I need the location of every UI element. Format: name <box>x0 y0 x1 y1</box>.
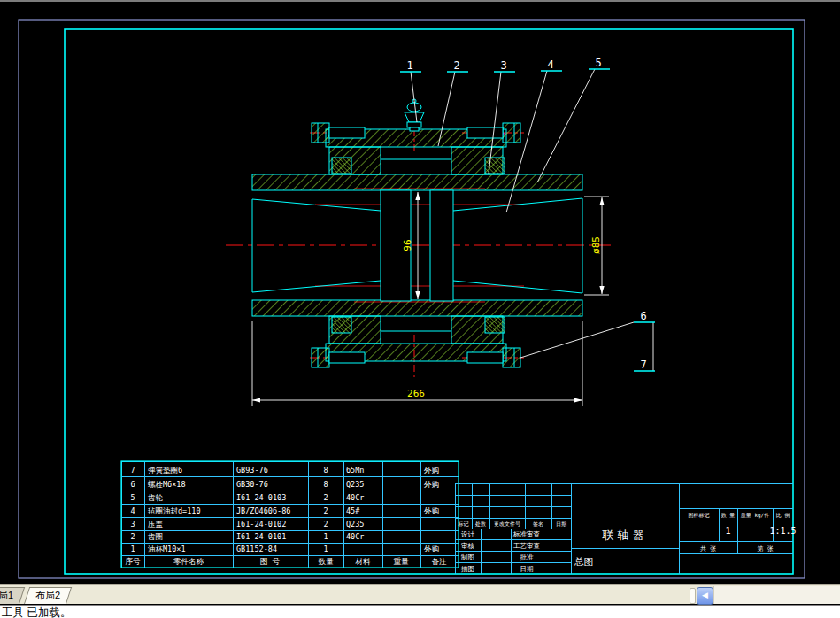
bom-cell: 1 <box>323 532 328 541</box>
tb-sheet-total: 共 张 <box>700 545 716 552</box>
bom-cell: 45# <box>346 506 360 515</box>
bom-cell: GB30-76 <box>236 480 268 489</box>
tb-rev-header: 处数 <box>474 521 486 528</box>
oil-cup <box>405 99 424 131</box>
coupling-section-view[interactable] <box>226 99 611 377</box>
tab-scroll-track[interactable] <box>713 586 840 604</box>
balloon-4: 4 <box>547 58 553 71</box>
tb-right-header: 比 例 <box>776 512 790 519</box>
tab-layout1[interactable]: 布局1 <box>0 587 25 604</box>
autocad-layout-viewport: 96 ø85 266 1 2 3 4 5 6 7 <box>0 0 840 618</box>
bom-cell: 7 <box>130 466 135 475</box>
bom-cell: Q235 <box>346 480 364 489</box>
bom-cell: 螺栓M6×18 <box>148 480 186 489</box>
balloon-3: 3 <box>500 59 506 72</box>
bom-header: 备注 <box>432 557 448 566</box>
tb-sign-label: 制图 <box>460 553 474 561</box>
tb-scale-value: 1:1.5 <box>769 526 796 536</box>
balloon-7: 7 <box>640 359 646 371</box>
bom-table[interactable]: 序号 零件名称 图 号 数量 材料 重量 备注 7 弹簧垫圈6 GB93-76 … <box>121 461 459 568</box>
tab-layout2-label: 布局2 <box>27 588 68 603</box>
bom-cell: I61-24-0103 <box>236 493 286 502</box>
bom-header: 序号 <box>126 557 142 566</box>
bom-cell: 2 <box>323 493 328 502</box>
tb-sign-label: 描图 <box>461 565 474 573</box>
tb-sign-label: 设计 <box>461 530 475 538</box>
tb-qty-value: 1 <box>725 526 730 536</box>
bom-cell: GB1152-84 <box>236 545 277 553</box>
bom-cell: 外购 <box>424 506 439 515</box>
bom-cell: 外购 <box>424 480 439 489</box>
command-line-message: 工具 已加载。 <box>0 606 840 618</box>
bom-header: 数量 <box>319 557 335 566</box>
bom-header: 重量 <box>394 557 410 566</box>
layout-tab-bar: 布局1 布局2 ◀ <box>0 584 840 604</box>
bom-cell: 齿轮 <box>148 493 164 502</box>
bom-cell: 6 <box>130 480 135 489</box>
bom-header: 材料 <box>355 557 372 566</box>
tb-right-header: 图样标记 <box>689 512 710 519</box>
scroll-left-icon: ◀ <box>702 591 708 599</box>
tb-product-title: 联轴器 <box>602 529 648 542</box>
tb-sign-label: 审核 <box>461 542 475 550</box>
balloon-5: 5 <box>595 57 601 69</box>
bom-cell: 40Cr <box>346 493 364 502</box>
balloon-6: 6 <box>640 310 646 322</box>
tb-sheet-type: 总图 <box>574 556 593 567</box>
tb-rev-header: 更改文件号 <box>494 521 520 527</box>
top-divider <box>0 0 840 2</box>
dim-length-text: 266 <box>407 388 425 399</box>
tb-rev-header: 标记 <box>458 521 469 528</box>
bom-cell: I61-24-0102 <box>236 520 286 529</box>
bom-cell: 毡圈油封d=110 <box>148 506 201 515</box>
bom-cell: 2 <box>130 532 135 541</box>
dim-dia-text: ø85 <box>590 236 602 254</box>
tb-right-header: 数 量 <box>721 512 736 518</box>
bom-cell: 弹簧垫圈6 <box>148 466 182 475</box>
tab-scroll-splitter[interactable] <box>690 588 696 604</box>
dim-bore-text: 96 <box>402 239 413 251</box>
tb-sign-label: 工艺审查 <box>513 542 540 550</box>
dimension-arrows <box>252 192 605 403</box>
bom-cell: GB93-76 <box>236 466 268 475</box>
bom-header: 零件名称 <box>173 557 204 566</box>
bom-cell: 2 <box>323 506 328 515</box>
tb-rev-header: 签名 <box>533 521 543 528</box>
bom-cell: 1 <box>323 545 328 553</box>
bom-cell: 油杯M10×1 <box>148 545 186 553</box>
bom-cell: 40Cr <box>346 532 364 541</box>
bom-cell: 5 <box>130 493 135 502</box>
tb-sign-label: 标准审查 <box>512 530 540 538</box>
tab-layout1-label: 布局1 <box>0 588 21 603</box>
tb-right-header: 质量 kg/件 <box>741 512 769 519</box>
balloon-1: 1 <box>406 59 412 72</box>
bom-cell: 4 <box>130 506 135 515</box>
bom-cell: 1 <box>130 545 135 553</box>
bom-cell: JB/ZQ4606-86 <box>236 506 290 515</box>
bom-cell: 压盖 <box>148 520 164 529</box>
bom-cell: 65Mn <box>346 466 364 475</box>
tab-layout2[interactable]: 布局2 <box>24 587 72 604</box>
tb-rev-header: 日期 <box>556 521 566 528</box>
bom-cell: I61-24-0101 <box>236 532 286 541</box>
bom-header: 图 号 <box>260 557 281 566</box>
bom-cell: 8 <box>323 480 328 489</box>
bom-cell: 外购 <box>424 545 439 553</box>
bom-cell: 齿圈 <box>148 532 163 541</box>
bom-cell: 3 <box>130 520 135 529</box>
bom-cell: 8 <box>323 466 328 475</box>
cad-canvas[interactable]: 96 ø85 266 1 2 3 4 5 6 7 <box>0 0 840 584</box>
layout-tabs-scroll-left-button[interactable]: ◀ <box>697 587 713 605</box>
title-block[interactable]: 标记 处数 更改文件号 签名 日期 设计 标准审查 审核 工艺审查 制图 批准 … <box>455 483 797 574</box>
balloon-2: 2 <box>453 59 459 72</box>
bom-cell: Q235 <box>346 520 364 529</box>
command-line[interactable]: 工具 已加载。 <box>0 605 840 618</box>
bom-cell: 2 <box>323 520 328 529</box>
tb-sign-label: 批准 <box>520 553 535 561</box>
bom-cell: 外购 <box>424 466 439 475</box>
tb-sheet-no: 第 张 <box>757 545 773 552</box>
tb-sign-label: 日期 <box>520 565 534 573</box>
